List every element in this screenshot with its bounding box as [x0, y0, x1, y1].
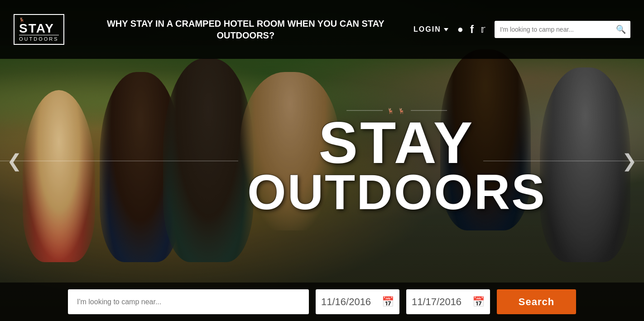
- chevron-down-icon: [444, 28, 448, 31]
- logo-outdoors: OUTDOORS: [19, 35, 59, 42]
- carousel-prev-button[interactable]: ❮: [2, 147, 27, 174]
- search-button[interactable]: Search: [497, 289, 576, 314]
- header-tagline: WHY STAY IN A CRAMPED HOTEL ROOM WHEN YO…: [78, 18, 413, 41]
- calendar-icon: 📅: [382, 296, 394, 308]
- calendar-icon-2: 📅: [472, 296, 485, 308]
- facebook-icon[interactable]: f: [470, 23, 474, 36]
- site-header: 🦌 STAY OUTDOORS WHY STAY IN A CRAMPED HO…: [0, 0, 644, 59]
- bottom-location-input[interactable]: [68, 289, 309, 314]
- hero-divider-left: [0, 161, 238, 161]
- header-search-input[interactable]: [495, 22, 611, 37]
- logo[interactable]: 🦌 STAY OUTDOORS: [14, 14, 64, 45]
- hero-title-outdoors: OUTDOORS: [247, 169, 546, 214]
- figure-person-6: [540, 67, 630, 262]
- checkin-date-picker[interactable]: 11/16/2016 📅: [316, 289, 399, 314]
- search-button-label: Search: [519, 296, 554, 307]
- logo-stay: STAY: [19, 22, 59, 35]
- figure-person-1: [23, 90, 95, 262]
- header-search-bar: 🔍: [495, 21, 630, 38]
- login-label: LOGIN: [413, 25, 441, 34]
- checkout-date-picker[interactable]: 11/17/2016 📅: [406, 289, 490, 314]
- login-button[interactable]: LOGIN: [413, 25, 448, 34]
- chevron-left-icon: ❮: [7, 151, 22, 171]
- instagram-icon[interactable]: ●: [457, 24, 463, 35]
- nav-right: LOGIN ● f 𝕣 🔍: [413, 21, 630, 38]
- checkout-date-value: 11/17/2016: [412, 296, 461, 308]
- header-search-button[interactable]: 🔍: [611, 21, 630, 38]
- bottom-search-bar: 11/16/2016 📅 11/17/2016 📅 Search: [0, 283, 644, 321]
- hero-title-stay: STAY: [247, 116, 546, 169]
- chevron-right-icon: ❯: [622, 151, 637, 171]
- checkin-date-value: 11/16/2016: [321, 296, 371, 308]
- hero-content: 🦌 🦌 STAY OUTDOORS: [247, 107, 546, 214]
- twitter-icon[interactable]: 𝕣: [481, 24, 485, 35]
- social-icons: ● f 𝕣: [457, 23, 485, 36]
- logo-box: 🦌 STAY OUTDOORS: [14, 14, 64, 45]
- carousel-next-button[interactable]: ❯: [617, 147, 642, 174]
